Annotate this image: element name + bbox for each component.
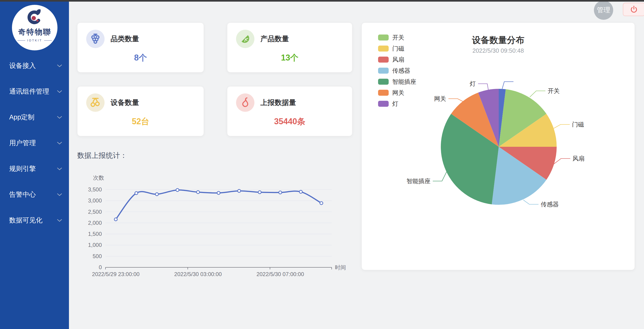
stat-card-devices: 设备数量 52台 (77, 86, 204, 136)
stat-card-products: 产品数量 13个 (227, 23, 352, 73)
x-axis-name: 时间 (335, 264, 346, 270)
sidebar-item-rule-engine[interactable]: 规则引擎 (0, 156, 69, 182)
sidebar-item-label: 数据可见化 (9, 216, 42, 225)
stat-title: 产品数量 (260, 34, 289, 44)
brand-subtitle: IOTKIT (18, 39, 52, 42)
sidebar-item-data-visualization[interactable]: 数据可见化 (0, 207, 69, 233)
chevron-down-icon (57, 193, 62, 196)
data-point-marker[interactable] (258, 191, 261, 194)
pie-slice-label: 网关 (434, 95, 446, 102)
sidebar: 奇特物聯 IOTKIT 设备接入 通讯组件管理 App定制 用户管理 规则引擎 (0, 2, 69, 329)
x-tick-label: 2022/5/30 07:00:00 (256, 271, 304, 277)
sidebar-item-label: 通讯组件管理 (9, 87, 49, 96)
data-point-marker[interactable] (279, 191, 282, 194)
pie-slice-label: 灯 (470, 80, 476, 87)
legend-swatch (378, 101, 389, 107)
chevron-down-icon (57, 116, 62, 119)
device-distribution-panel: 开关门磁风扇传感器智能插座网关灯 设备数量分布 2022/5/30 09:50:… (362, 23, 635, 270)
legend-item[interactable]: 风扇 (378, 54, 416, 65)
y-tick-label: 1,500 (88, 231, 102, 237)
data-point-marker[interactable] (155, 193, 158, 196)
stat-card-categories: 品类数量 8个 (77, 23, 204, 73)
pie-slice-label: 门磁 (572, 121, 584, 128)
pie-label-line (554, 159, 570, 164)
y-tick-label: 3,000 (88, 197, 102, 204)
stat-card-reported-data: 上报数据量 35440条 (227, 86, 352, 136)
data-point-marker[interactable] (217, 191, 220, 194)
divider (44, 40, 52, 41)
stat-title: 设备数量 (110, 98, 139, 107)
sidebar-item-label: 设备接入 (9, 61, 36, 70)
grapes-icon (86, 30, 104, 48)
data-point-marker[interactable] (320, 202, 323, 205)
power-icon (629, 5, 638, 14)
y-axis-name: 次数 (93, 175, 104, 181)
data-point-marker[interactable] (196, 191, 200, 194)
data-point-marker[interactable] (299, 190, 302, 193)
cherries-icon (86, 93, 104, 112)
sidebar-item-device-access[interactable]: 设备接入 (0, 53, 69, 79)
top-window-strip (0, 0, 644, 2)
avatar-label: 管理 (597, 6, 610, 15)
stat-value: 13个 (227, 52, 352, 64)
sidebar-item-user-mgmt[interactable]: 用户管理 (0, 130, 69, 156)
iotkit-logo-icon (25, 8, 44, 27)
legend-label: 网关 (392, 89, 404, 97)
legend-swatch (378, 46, 389, 52)
sidebar-item-label: 规则引擎 (9, 164, 36, 173)
pie-label-line (433, 171, 447, 181)
pie-slice-label: 开关 (548, 87, 560, 94)
legend-label: 传感器 (392, 67, 410, 75)
chevron-down-icon (57, 90, 62, 93)
report-section-heading: 数据上报统计： (77, 151, 127, 160)
data-point-marker[interactable] (238, 189, 241, 192)
data-point-marker[interactable] (135, 192, 138, 195)
divider (18, 40, 25, 41)
legend-label: 风扇 (392, 56, 404, 64)
legend-swatch (378, 68, 389, 74)
legend-swatch (378, 57, 389, 63)
y-tick-label: 0 (99, 264, 102, 270)
pie-label-line (448, 99, 463, 102)
pie-slice-label: 风扇 (572, 155, 584, 162)
legend-label: 门磁 (392, 45, 404, 53)
pie-label-line (523, 200, 538, 204)
legend-label: 开关 (392, 34, 404, 42)
sidebar-item-app-custom[interactable]: App定制 (0, 104, 69, 130)
pie-slice-label: 智能插座 (406, 178, 430, 185)
data-point-marker[interactable] (114, 218, 117, 221)
report-line-chart[interactable]: 05001,0001,5002,0002,5003,0003,5002022/5… (74, 173, 347, 281)
iot-dashboard: { "topbar": { "avatar_label": "管理" }, "s… (0, 0, 644, 329)
legend-item[interactable]: 开关 (378, 32, 416, 43)
pie-label-line (502, 82, 514, 89)
pie-legend: 开关 门磁 风扇 传感器 智能插座 网关 灯 (378, 32, 416, 109)
legend-label: 灯 (392, 100, 398, 108)
y-tick-label: 2,500 (88, 209, 102, 215)
stat-value: 8个 (78, 52, 204, 64)
y-tick-label: 1,000 (88, 242, 102, 248)
sidebar-item-comm-components[interactable]: 通讯组件管理 (0, 79, 69, 104)
sidebar-item-alert-center[interactable]: 告警中心 (0, 182, 69, 207)
legend-item[interactable]: 智能插座 (378, 76, 416, 87)
legend-item[interactable]: 门磁 (378, 43, 416, 54)
pear-icon (236, 93, 254, 112)
stat-value: 35440条 (227, 116, 352, 127)
brand-subtitle-text: IOTKIT (27, 39, 42, 42)
avatar[interactable]: 管理 (594, 1, 613, 20)
chevron-down-icon (57, 64, 62, 67)
legend-label: 智能插座 (392, 78, 416, 86)
pie-slice-label: 传感器 (540, 201, 559, 208)
legend-swatch (378, 90, 389, 96)
data-point-marker[interactable] (176, 188, 179, 191)
lemon-icon (236, 30, 254, 48)
stat-title: 品类数量 (110, 34, 139, 44)
logout-button[interactable] (623, 3, 644, 16)
y-tick-label: 3,500 (88, 186, 102, 193)
legend-item[interactable]: 灯 (378, 98, 416, 109)
legend-swatch (378, 35, 389, 41)
sidebar-nav: 设备接入 通讯组件管理 App定制 用户管理 规则引擎 告警中心 数据可见化 (0, 53, 69, 233)
legend-item[interactable]: 网关 (378, 87, 416, 98)
legend-swatch (378, 79, 389, 85)
legend-item[interactable]: 传感器 (378, 65, 416, 76)
brand-name: 奇特物聯 (18, 27, 51, 37)
